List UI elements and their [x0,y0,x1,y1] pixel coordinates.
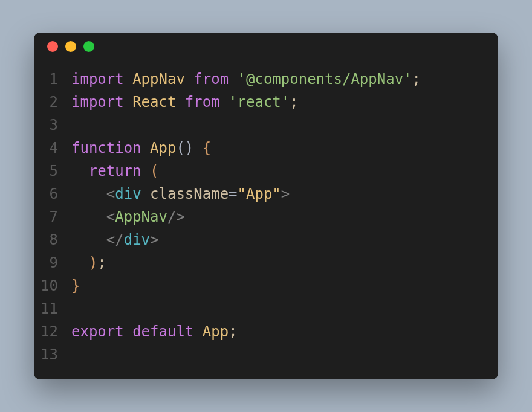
line-number: 1 [34,68,71,91]
code-content[interactable]: </div> [71,228,498,251]
line-number: 9 [34,251,71,274]
line-number: 2 [34,91,71,114]
token-plain [185,71,193,88]
code-content[interactable] [71,343,498,366]
code-line[interactable]: 13 [34,343,498,366]
code-content[interactable]: export default App; [71,320,498,343]
code-line[interactable]: 8 </div> [34,228,498,251]
close-icon[interactable] [47,41,58,52]
token-kw: return [89,163,141,179]
line-number: 11 [34,297,71,320]
token-plain: ; [412,71,421,88]
token-brace: } [71,277,80,294]
token-tag-comp: AppNav [115,208,167,225]
code-line[interactable]: 4function App() { [34,137,498,159]
code-content[interactable]: ); [71,251,498,274]
code-content[interactable]: import React from 'react'; [71,91,498,114]
token-tag-bracket: < [106,208,115,225]
token-plain [141,163,150,179]
token-str: '@components/AppNav' [238,71,412,88]
token-kw: export [71,323,124,340]
token-tag-name: div [124,231,150,248]
token-eq: = [229,185,237,202]
token-attr-name: className [150,185,229,202]
token-brace: ( [150,163,158,179]
code-line[interactable]: 2import React from 'react'; [34,91,498,114]
token-kw: default [132,323,193,340]
line-number: 5 [34,159,71,182]
code-content[interactable]: return ( [71,159,498,182]
token-plain [124,94,132,111]
minimize-icon[interactable] [65,41,76,52]
code-content[interactable]: import AppNav from '@components/AppNav'; [71,68,498,91]
line-number: 3 [34,114,71,137]
code-line[interactable]: 11 [34,297,498,320]
token-plain [71,254,89,271]
token-ident: React [132,94,176,111]
code-line[interactable]: 10} [34,274,498,297]
code-area[interactable]: 1import AppNav from '@components/AppNav'… [34,60,498,379]
token-tag-name: div [115,185,141,202]
zoom-icon[interactable] [83,41,94,52]
token-ident: App [150,140,176,156]
token-ident: App [203,323,229,340]
code-line[interactable]: 3 [34,114,498,137]
line-number: 10 [34,274,71,297]
line-number: 8 [34,228,71,251]
code-content[interactable]: <div className="App"> [71,182,498,205]
token-attr-val: "App" [238,185,281,202]
code-content[interactable] [71,114,498,137]
code-line[interactable]: 7 <AppNav/> [34,205,498,228]
token-plain: ; [97,254,106,271]
token-plain [141,140,150,156]
token-plain [71,231,106,248]
token-plain [176,94,184,111]
token-plain [141,185,150,202]
code-line[interactable]: 12export default App; [34,320,498,343]
line-number: 13 [34,343,71,366]
token-plain [71,163,89,179]
token-brace: { [203,140,211,156]
token-tag-bracket: /> [167,208,185,225]
token-kw: function [71,140,141,156]
line-number: 6 [34,182,71,205]
token-plain [193,140,202,156]
token-tag-bracket: > [150,231,158,248]
code-content[interactable]: } [71,274,498,297]
token-tag-bracket: < [106,185,115,202]
code-line[interactable]: 6 <div className="App"> [34,182,498,205]
token-punc: () [176,140,193,156]
token-brace: ) [89,254,97,271]
token-kw: from [185,94,220,111]
token-str: 'react' [229,94,290,111]
code-content[interactable]: function App() { [71,137,498,159]
token-plain: ; [229,323,237,340]
code-content[interactable] [71,297,498,320]
token-plain [220,94,229,111]
code-line[interactable]: 5 return ( [34,159,498,182]
code-content[interactable]: <AppNav/> [71,205,498,228]
code-line[interactable]: 9 ); [34,251,498,274]
token-tag-bracket: > [281,185,290,202]
line-number: 4 [34,137,71,159]
titlebar [34,33,498,60]
token-plain: ; [290,94,298,111]
token-plain [71,208,106,225]
token-plain [193,323,202,340]
code-line[interactable]: 1import AppNav from '@components/AppNav'… [34,68,498,91]
token-plain [124,323,132,340]
token-plain [124,71,132,88]
token-kw: import [71,94,124,111]
token-plain [229,71,237,88]
token-tag-bracket: </ [106,231,124,248]
editor-window: 1import AppNav from '@components/AppNav'… [34,33,498,379]
token-plain [71,185,106,202]
token-ident: AppNav [132,71,185,88]
token-kw: import [71,71,124,88]
token-kw: from [193,71,229,88]
line-number: 7 [34,205,71,228]
line-number: 12 [34,320,71,343]
